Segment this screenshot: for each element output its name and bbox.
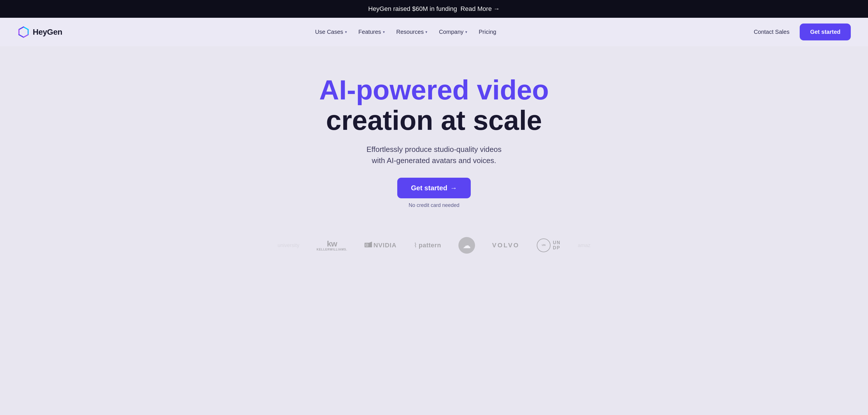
chevron-down-icon: ▾: [383, 30, 385, 34]
svg-marker-4: [369, 242, 372, 247]
nav-item-company[interactable]: Company ▾: [434, 26, 472, 38]
logo-volvo: VOLVO: [492, 242, 520, 249]
logo-keller-williams: kw KELLERWILLIAMS.: [317, 240, 347, 251]
nvidia-icon: [365, 242, 372, 249]
read-more-label: Read More: [460, 5, 492, 12]
logo-salesforce: ☁: [458, 237, 475, 254]
nav-item-use-cases[interactable]: Use Cases ▾: [311, 26, 352, 38]
announcement-bar: HeyGen raised $60M in funding Read More …: [0, 0, 868, 18]
undp-logo-text-2: DP: [553, 245, 561, 250]
hero-title: AI-powered video creation at scale: [11, 75, 857, 135]
get-started-button[interactable]: Get started: [800, 24, 851, 40]
logo-link[interactable]: HeyGen: [17, 26, 62, 38]
kw-logo-initials: kw: [327, 240, 337, 248]
hero-title-line1: AI-powered video: [11, 75, 857, 105]
navbar: HeyGen Use Cases ▾ Features ▾ Resources …: [0, 18, 868, 46]
chevron-down-icon: ▾: [465, 30, 467, 34]
heygen-logo-icon: [17, 26, 30, 38]
read-more-arrow: →: [493, 5, 500, 12]
svg-rect-3: [366, 244, 367, 246]
chevron-down-icon: ▾: [345, 30, 347, 34]
nav-item-resources[interactable]: Resources ▾: [392, 26, 432, 38]
logo-amazon: amaz: [578, 242, 590, 248]
salesforce-cloud-icon: ☁: [463, 241, 471, 250]
university-logo-text: university: [278, 242, 299, 248]
cta-arrow-icon: →: [450, 184, 457, 192]
announcement-text: HeyGen raised $60M in funding: [368, 5, 457, 12]
hero-title-line2: creation at scale: [11, 105, 857, 136]
hero-section: AI-powered video creation at scale Effor…: [0, 46, 868, 226]
undp-icon: UN: [537, 238, 551, 252]
no-credit-card-text: No credit card needed: [11, 202, 857, 208]
amazon-logo-text: amaz: [578, 242, 590, 248]
pattern-logo-text: pattern: [419, 242, 441, 249]
nvidia-logo-text: NVIDIA: [373, 242, 397, 249]
logo-undp: UN UN DP: [537, 238, 561, 252]
undp-logo-text: UN: [553, 240, 561, 245]
hero-cta-area: Get started → No credit card needed: [11, 178, 857, 208]
contact-sales-link[interactable]: Contact Sales: [749, 26, 794, 38]
nav-item-pricing[interactable]: Pricing: [474, 26, 501, 38]
logos-section: university kw KELLERWILLIAMS. NVIDIA ⌇ p…: [0, 226, 868, 271]
logo-pattern: ⌇ pattern: [414, 242, 441, 249]
logo-nvidia: NVIDIA: [365, 242, 397, 249]
pattern-slash-icon: ⌇: [414, 242, 417, 249]
read-more-link[interactable]: Read More →: [460, 5, 500, 12]
hero-get-started-button[interactable]: Get started →: [397, 178, 471, 198]
nav-item-features[interactable]: Features ▾: [354, 26, 390, 38]
hero-subtitle: Effortlessly produce studio-quality vide…: [348, 144, 520, 166]
nav-actions: Contact Sales Get started: [749, 24, 851, 40]
nav-links: Use Cases ▾ Features ▾ Resources ▾ Compa…: [311, 26, 501, 38]
logo-text: HeyGen: [33, 28, 62, 37]
kw-logo-name: KELLERWILLIAMS.: [317, 248, 347, 251]
chevron-down-icon: ▾: [425, 30, 427, 34]
volvo-logo-text: VOLVO: [492, 242, 520, 249]
logo-university: university: [278, 242, 299, 248]
